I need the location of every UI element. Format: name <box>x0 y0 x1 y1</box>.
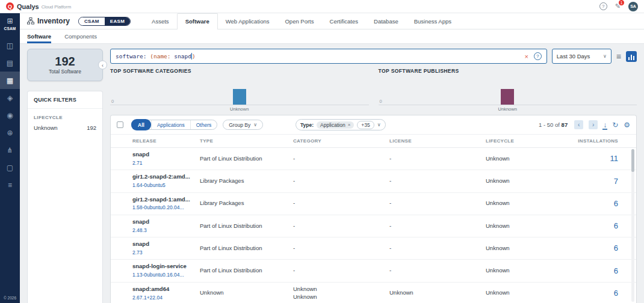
table-row[interactable]: gir1.2-snapd-2:amd...1.64-0ubuntu5Librar… <box>111 170 636 192</box>
table-row[interactable]: snapd2.48.3Part of Linux Distribution--U… <box>111 215 636 237</box>
group-by-button[interactable]: Group By ∨ <box>223 120 263 130</box>
tab-database[interactable]: Database <box>366 13 406 29</box>
type-chip-application[interactable]: Application × <box>317 121 354 129</box>
table-row[interactable]: snapd2.71Part of Linux Distribution--Unk… <box>111 148 636 170</box>
table-row[interactable]: gir1.2-snapd-1:amd...1.58-0ubuntu0.20.04… <box>111 193 636 215</box>
software-version-link[interactable]: 2.71 <box>132 160 195 167</box>
copyright: © 2026 <box>4 296 16 303</box>
help-icon[interactable]: ? <box>599 2 607 10</box>
installations-link[interactable]: 11 <box>576 153 636 164</box>
filter-pill-applications[interactable]: Applications <box>151 120 190 129</box>
tab-software[interactable]: Software <box>177 13 218 30</box>
filter-pill-others[interactable]: Others <box>190 120 217 129</box>
software-name-link[interactable]: gir1.2-snapd-1:amd... <box>132 196 195 204</box>
software-version-link[interactable]: 1.58-0ubuntu0.20.04... <box>132 204 195 211</box>
license-cell: - <box>389 200 486 207</box>
filter-pill-all[interactable]: All <box>131 119 151 130</box>
software-name-link[interactable]: gir1.2-snapd-2:amd... <box>132 173 195 181</box>
list-view-icon[interactable]: ≡ <box>616 52 621 61</box>
release-cell: gir1.2-snapd-1:amd...1.58-0ubuntu0.20.04… <box>132 196 200 212</box>
subtab-software[interactable]: Software <box>27 33 51 43</box>
category-bar[interactable] <box>233 89 246 105</box>
user-avatar[interactable]: SA <box>628 2 638 11</box>
software-version-link[interactable]: 1.64-0ubuntu5 <box>132 182 195 189</box>
software-name-link[interactable]: snapd:amd64 <box>132 286 195 293</box>
module-picker[interactable]: ⊞ CSAM <box>4 17 16 31</box>
header-category[interactable]: CATEGORY <box>293 138 389 144</box>
table-row[interactable]: snapd-login-service1.13-0ubuntu0.16.04..… <box>111 260 636 282</box>
applications-icon[interactable]: ▤ <box>0 54 20 72</box>
type-chip-more[interactable]: +35 <box>357 121 374 129</box>
table-row[interactable]: snapd:amd642.67.1+22.04UnknownUnknownUnk… <box>111 283 636 303</box>
tab-certificates[interactable]: Certificates <box>322 13 367 29</box>
software-version-link[interactable]: 1.13-0ubuntu0.16.04... <box>132 272 195 278</box>
next-page-button[interactable]: › <box>589 120 598 129</box>
module-pill-easm[interactable]: EASM <box>105 17 130 25</box>
assets-icon[interactable]: ◫ <box>0 37 20 54</box>
installations-link[interactable]: 6 <box>576 243 636 254</box>
inventory-icon[interactable]: ▦ <box>0 72 20 89</box>
sensors-icon[interactable]: ◉ <box>0 106 20 124</box>
header-installations[interactable]: INSTALLATIONS <box>576 138 636 144</box>
chevron-down-icon: ∨ <box>377 122 381 127</box>
tab-business-apps[interactable]: Business Apps <box>406 13 459 29</box>
software-name-link[interactable]: snapd-login-service <box>132 263 195 271</box>
chart-plot: 0 Unknown <box>379 81 637 105</box>
software-name-link[interactable]: snapd <box>132 240 195 248</box>
reports-icon[interactable]: ▢ <box>0 159 20 176</box>
installations-link[interactable]: 6 <box>576 198 636 209</box>
select-all-checkbox[interactable] <box>117 121 123 128</box>
query-help-icon[interactable]: ? <box>534 52 542 60</box>
software-name-link[interactable]: snapd <box>132 218 195 226</box>
table-body: snapd2.71Part of Linux Distribution--Unk… <box>111 148 636 303</box>
module-pill-csam[interactable]: CSAM <box>79 17 105 25</box>
notification-badge: 1 <box>619 0 624 5</box>
scrollbar-thumb[interactable] <box>631 149 634 172</box>
network-icon[interactable]: ⊕ <box>0 124 20 141</box>
software-name-link[interactable]: snapd <box>132 151 195 159</box>
type-filter[interactable]: Type: Application × +35 ∨ <box>296 119 386 130</box>
filter-segmented-control: AllApplicationsOthers <box>131 120 217 130</box>
tab-web-applications[interactable]: Web Applications <box>218 13 277 29</box>
software-version-link[interactable]: 2.67.1+22.04 <box>132 295 195 301</box>
gear-icon[interactable]: ⚙ <box>624 121 630 129</box>
search-input[interactable]: software: (name: snapd) × ? <box>110 49 547 64</box>
header-release[interactable]: RELEASE <box>132 138 200 144</box>
software-version-link[interactable]: 2.48.3 <box>132 227 195 234</box>
settings-icon[interactable]: ≡ <box>0 176 20 194</box>
subtab-components[interactable]: Components <box>64 33 97 43</box>
header-type[interactable]: TYPE <box>200 138 293 144</box>
software-table-card: AllApplicationsOthers Group By ∨ Type: A… <box>110 115 637 303</box>
category-cell: - <box>293 200 389 207</box>
clear-search-icon[interactable]: × <box>524 53 528 60</box>
connectors-icon[interactable]: ⋔ <box>0 141 20 159</box>
header-lifecycle[interactable]: LIFECYCLE <box>486 138 576 144</box>
header-license[interactable]: LICENSE <box>389 138 486 144</box>
download-icon[interactable]: ↓ <box>603 121 607 129</box>
time-range-select[interactable]: Last 30 Days ∨ <box>552 49 611 64</box>
scrollbar-track[interactable] <box>631 149 634 302</box>
notifications-icon[interactable]: ✎ 1 <box>615 2 621 10</box>
installations-link[interactable]: 6 <box>576 288 636 299</box>
tab-assets[interactable]: Assets <box>144 13 177 29</box>
installations-link[interactable]: 7 <box>576 176 636 187</box>
lifecycle-cell: Unknown <box>486 155 576 163</box>
bar-label: Unknown <box>498 106 517 112</box>
remove-type-filter-icon[interactable]: × <box>348 122 351 127</box>
installations-link[interactable]: 6 <box>576 266 636 277</box>
tab-open-ports[interactable]: Open Ports <box>277 13 321 29</box>
installations-link[interactable]: 6 <box>576 221 636 231</box>
license-cell: - <box>389 222 486 230</box>
license-cell: Unknown <box>389 289 486 297</box>
table-row[interactable]: snapd2.73Part of Linux Distribution--Unk… <box>111 237 636 260</box>
software-version-link[interactable]: 2.73 <box>132 249 195 256</box>
publisher-bar[interactable] <box>501 89 514 105</box>
collapse-panel-button[interactable]: ‹ <box>98 61 107 70</box>
quick-filter-item-unknown[interactable]: Unknown 192 <box>28 123 102 132</box>
brand-subtitle: Cloud Platform <box>42 4 72 10</box>
refresh-icon[interactable]: ↻ <box>612 121 618 129</box>
prev-page-button[interactable]: ‹ <box>574 120 583 129</box>
search-query[interactable]: software: (name: snapd) <box>116 53 196 60</box>
chart-view-button[interactable] <box>626 51 637 62</box>
tags-icon[interactable]: ◈ <box>0 89 20 106</box>
